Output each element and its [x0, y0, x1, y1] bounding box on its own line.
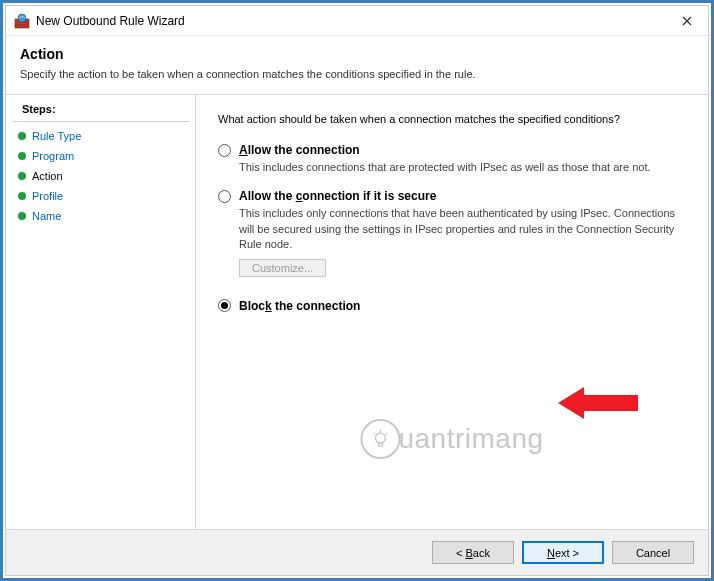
page-subtitle: Specify the action to be taken when a co… [20, 68, 694, 80]
option-allow-secure-desc: This includes only connections that have… [239, 206, 679, 252]
radio-allow-secure[interactable] [218, 190, 231, 203]
cancel-button[interactable]: Cancel [612, 541, 694, 564]
firewall-icon [14, 13, 30, 29]
step-bullet-icon [18, 152, 26, 160]
red-arrow-annotation [558, 383, 638, 423]
svg-marker-7 [558, 387, 638, 419]
steps-panel: Steps: Rule Type Program Action Profile [6, 95, 196, 529]
radio-allow[interactable] [218, 144, 231, 157]
window-title: New Outbound Rule Wizard [36, 14, 185, 28]
content-panel: What action should be taken when a conne… [196, 95, 708, 529]
wizard-header: Action Specify the action to be taken wh… [6, 36, 708, 95]
page-title: Action [20, 46, 694, 62]
step-bullet-icon [18, 132, 26, 140]
step-bullet-icon [18, 172, 26, 180]
step-profile[interactable]: Profile [6, 186, 195, 206]
step-label: Profile [32, 190, 63, 202]
wizard-footer: < Back Next > Cancel [6, 529, 708, 575]
step-program[interactable]: Program [6, 146, 195, 166]
watermark: uantrimang [360, 419, 543, 459]
watermark-text: uantrimang [398, 423, 543, 455]
steps-heading: Steps: [12, 99, 189, 122]
step-label: Action [32, 170, 63, 182]
txt: llow the connection [248, 143, 360, 157]
step-label: Rule Type [32, 130, 81, 142]
back-button[interactable]: < Back [432, 541, 514, 564]
option-allow-secure: Allow the connection if it is secure Thi… [218, 189, 686, 276]
step-bullet-icon [18, 192, 26, 200]
option-allow-desc: This includes connections that are prote… [239, 160, 679, 175]
svg-line-11 [386, 433, 388, 434]
step-label: Name [32, 210, 61, 222]
svg-rect-12 [378, 443, 382, 446]
lightbulb-icon [360, 419, 400, 459]
step-name[interactable]: Name [6, 206, 195, 226]
svg-point-8 [375, 433, 385, 443]
close-button[interactable] [666, 6, 708, 36]
step-label: Program [32, 150, 74, 162]
titlebar: New Outbound Rule Wizard [6, 6, 708, 36]
step-action[interactable]: Action [6, 166, 195, 186]
radio-block[interactable] [218, 299, 231, 312]
svg-line-10 [373, 433, 375, 434]
customize-button: Customize... [239, 259, 326, 277]
option-block-label: Block the connection [239, 299, 360, 313]
question-text: What action should be taken when a conne… [218, 113, 686, 125]
step-rule-type[interactable]: Rule Type [6, 126, 195, 146]
step-bullet-icon [18, 212, 26, 220]
option-allow: Allow the connection This includes conne… [218, 143, 686, 175]
option-allow-secure-label: Allow the connection if it is secure [239, 189, 436, 203]
next-button[interactable]: Next > [522, 541, 604, 564]
option-block: Block the connection [218, 299, 686, 313]
option-allow-label: Allow the connection [239, 143, 360, 157]
